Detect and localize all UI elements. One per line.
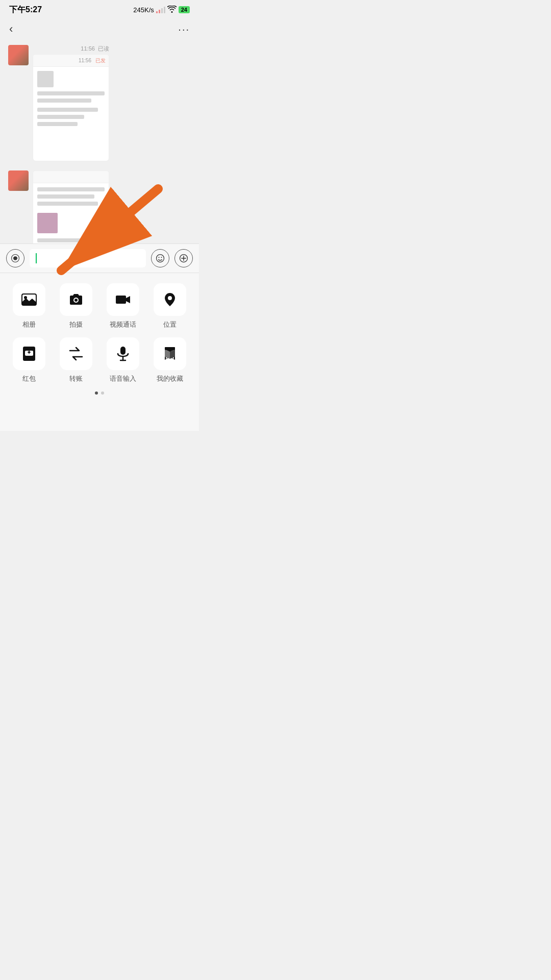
action-redpack[interactable]: 红包	[8, 337, 50, 383]
action-voice-input[interactable]: 语音输入	[102, 337, 144, 383]
transfer-label: 转账	[69, 374, 83, 383]
status-time: 下午5:27	[9, 5, 42, 15]
action-location[interactable]: 位置	[149, 283, 191, 329]
bubble-wrap: 11:56 已读 11:56 已发	[33, 45, 109, 161]
action-collect[interactable]: 我的收藏	[149, 337, 191, 383]
message-row: 11:56 已读 11:56 已发	[8, 45, 191, 161]
plus-button[interactable]	[174, 249, 193, 267]
back-button[interactable]: ‹	[9, 22, 13, 36]
chat-area: 11:56 已读 11:56 已发	[0, 40, 199, 254]
more-button[interactable]: ···	[178, 23, 190, 35]
action-album[interactable]: 相册	[8, 283, 50, 329]
svg-rect-15	[116, 296, 126, 304]
redpack-icon-box	[13, 337, 45, 370]
camera-label: 拍摄	[69, 320, 83, 329]
action-video[interactable]: 视频通话	[102, 283, 144, 329]
mic-icon-box	[107, 337, 139, 370]
message-time: 11:56 已读	[33, 45, 109, 53]
video-icon-box	[107, 283, 139, 316]
svg-point-12	[24, 296, 27, 299]
redpack-label: 红包	[22, 374, 36, 383]
action-grid: 相册 拍摄 视频通话	[8, 283, 191, 383]
album-label: 相册	[22, 320, 36, 329]
status-right: 245K/s 24	[133, 6, 190, 14]
svg-point-16	[168, 296, 172, 300]
bubble-wrap	[33, 170, 109, 254]
camera-icon	[68, 291, 84, 308]
nav-bar: ‹ ···	[0, 18, 199, 40]
image-icon	[21, 291, 37, 308]
album-icon-box	[13, 283, 45, 316]
video-icon	[115, 291, 131, 308]
voice-button[interactable]	[6, 249, 24, 267]
signal-icon	[156, 6, 165, 13]
action-transfer[interactable]: 转账	[55, 337, 97, 383]
location-icon-box	[154, 283, 186, 316]
svg-point-14	[74, 299, 78, 302]
message-screenshot: 11:56 已发	[33, 54, 109, 161]
camera-icon-box	[60, 283, 92, 316]
transfer-icon	[68, 346, 84, 362]
video-label: 视频通话	[110, 320, 136, 329]
battery-indicator: 24	[179, 6, 190, 13]
mic-icon	[115, 346, 131, 362]
collect-label: 我的收藏	[157, 374, 183, 383]
avatar	[8, 45, 29, 65]
network-speed: 245K/s	[133, 6, 154, 14]
action-camera[interactable]: 拍摄	[55, 283, 97, 329]
transfer-icon-box	[60, 337, 92, 370]
svg-rect-21	[120, 347, 126, 355]
dot-active	[95, 391, 98, 395]
wifi-icon	[167, 6, 177, 14]
svg-point-4	[157, 255, 164, 262]
collect-icon-box	[154, 337, 186, 370]
message-row	[8, 170, 191, 254]
voice-input-label: 语音输入	[110, 374, 136, 383]
dot-inactive	[101, 391, 104, 395]
message-input[interactable]	[30, 249, 146, 267]
svg-point-5	[159, 257, 160, 258]
text-cursor	[36, 253, 37, 263]
message-screenshot	[33, 170, 109, 254]
status-bar: 下午5:27 245K/s 24	[0, 0, 199, 18]
svg-point-6	[161, 257, 162, 258]
location-icon	[162, 291, 178, 308]
emoji-button[interactable]	[151, 249, 169, 267]
location-label: 位置	[163, 320, 177, 329]
avatar	[8, 170, 29, 191]
page-dots	[8, 391, 191, 395]
collect-icon	[162, 346, 178, 362]
action-panel: 相册 拍摄 视频通话	[0, 273, 199, 431]
redpack-icon	[21, 346, 37, 362]
svg-rect-20	[29, 351, 30, 354]
input-area	[0, 243, 199, 273]
